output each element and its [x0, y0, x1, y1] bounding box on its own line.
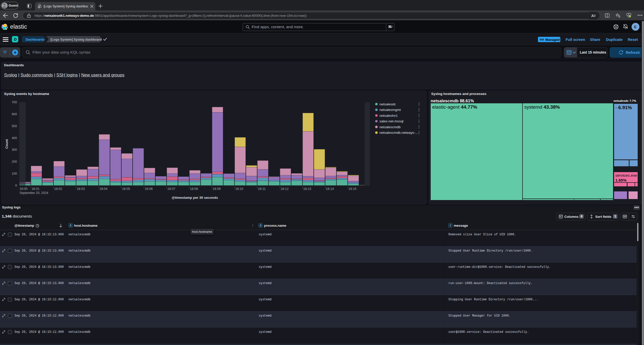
svg-text:sales-net-mssql: sales-net-mssql: [379, 119, 404, 123]
svg-text:0: 0: [15, 184, 17, 187]
svg-text:Count: Count: [5, 139, 9, 149]
svg-text:September 20, 2024: September 20, 2024: [20, 191, 48, 195]
svg-text:netsalesmgmt: netsalesmgmt: [379, 108, 401, 112]
svg-text:netsalescmdb.netways-...: netsalescmdb.netways-...: [379, 131, 418, 135]
svg-text:16:11: 16:11: [258, 187, 266, 191]
svg-text:700: 700: [12, 101, 17, 104]
svg-text:16:14: 16:14: [326, 187, 334, 191]
svg-text:16:13: 16:13: [303, 187, 311, 191]
svg-text:16:08: 16:08: [190, 187, 198, 191]
svg-text:netsalesdc: netsalesdc: [379, 102, 396, 106]
svg-text:300: 300: [12, 148, 17, 152]
svg-text:netsalescmdb: netsalescmdb: [379, 125, 401, 129]
svg-text:16:03: 16:03: [77, 187, 85, 191]
svg-text:16:15: 16:15: [349, 187, 356, 191]
svg-text:16:01: 16:01: [31, 187, 39, 191]
svg-text:16:09: 16:09: [213, 187, 221, 191]
svg-text:16:07: 16:07: [167, 187, 175, 191]
svg-text:16:00: 16:00: [20, 187, 27, 191]
svg-text:16:12: 16:12: [281, 187, 288, 191]
svg-text:600: 600: [12, 112, 17, 116]
svg-text:netsaleshv1: netsaleshv1: [379, 114, 398, 118]
svg-text:100: 100: [12, 172, 17, 175]
svg-text:16:06: 16:06: [145, 187, 153, 191]
svg-text:200: 200: [12, 160, 17, 163]
svg-text:16:02: 16:02: [54, 187, 62, 191]
svg-text:500: 500: [12, 124, 17, 128]
svg-text:16:10: 16:10: [235, 187, 243, 191]
svg-text:16:04: 16:04: [99, 187, 107, 191]
svg-text:@timestamp per 30 seconds: @timestamp per 30 seconds: [172, 196, 218, 200]
svg-text:16:05: 16:05: [122, 187, 130, 191]
svg-text:400: 400: [12, 136, 17, 140]
